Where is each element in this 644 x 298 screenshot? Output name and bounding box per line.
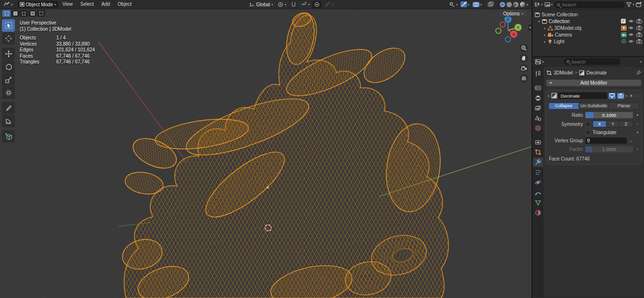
tool-cursor[interactable] <box>2 32 15 45</box>
camera-view-button[interactable] <box>520 64 528 73</box>
mesh-data-badge[interactable] <box>621 25 627 31</box>
shading-solid-button[interactable] <box>507 2 512 7</box>
breadcrumb-object[interactable]: 3DModel <box>554 70 573 75</box>
tab-collapse[interactable]: Collapse <box>549 103 579 109</box>
vertex-group-field[interactable] <box>585 137 627 144</box>
tool-move[interactable] <box>2 48 15 60</box>
modifier-extras-chevron[interactable]: ▾ <box>626 94 628 98</box>
triangulate-checkbox[interactable] <box>585 130 591 135</box>
sidebar-toggle-arrow[interactable]: ◂ <box>528 24 532 31</box>
tab-material[interactable] <box>533 208 543 217</box>
select-mode-set-button[interactable] <box>2 10 11 17</box>
tab-render[interactable] <box>533 83 543 92</box>
outliner-editor-type-button[interactable]: ▾ <box>534 2 543 7</box>
menu-object[interactable]: Object <box>114 0 135 9</box>
pin-icon[interactable] <box>636 70 641 75</box>
collection-checkbox[interactable]: ✓ <box>621 19 626 24</box>
animate-dot[interactable] <box>637 124 638 125</box>
zoom-button[interactable] <box>520 44 528 52</box>
tab-collection-props[interactable] <box>533 137 543 147</box>
animate-dot[interactable] <box>637 114 638 116</box>
modifier-realtime-toggle[interactable] <box>608 93 616 99</box>
menu-view[interactable]: View <box>59 0 76 9</box>
expand-chevron-icon[interactable]: ▸ <box>544 40 546 43</box>
gizmo-neg-x-axis[interactable] <box>500 22 506 27</box>
tool-annotate[interactable] <box>2 102 15 114</box>
animate-dot[interactable] <box>637 149 638 150</box>
show-overlays-toggle[interactable]: ▾ <box>471 1 483 8</box>
tab-object[interactable] <box>533 148 543 157</box>
add-modifier-button[interactable]: + Add Modifier <box>546 79 642 87</box>
expand-chevron-icon[interactable]: ▸ <box>544 26 546 30</box>
invert-vertex-group-icon[interactable]: ↔ <box>629 138 633 143</box>
outliner-row-scene-collection[interactable]: Scene Collection <box>533 11 644 18</box>
axis-y-button[interactable]: Y <box>607 121 620 127</box>
factor-slider[interactable]: 1.0000 <box>585 146 633 152</box>
properties-editor-type-button[interactable]: ▾ <box>535 59 544 64</box>
collapse-chevron-icon[interactable]: ▾ <box>538 20 540 23</box>
menu-select[interactable]: Select <box>77 0 97 9</box>
tool-measure[interactable] <box>2 115 15 127</box>
tab-modifiers[interactable] <box>533 158 543 167</box>
disable-render-camera-icon[interactable] <box>636 19 642 24</box>
tab-scene[interactable] <box>533 113 543 123</box>
tab-world[interactable] <box>533 124 543 133</box>
tool-transform[interactable] <box>2 87 15 99</box>
pivot-point-selector[interactable]: ▾ <box>276 1 288 8</box>
shading-rendered-button[interactable] <box>520 2 525 7</box>
gizmo-neg-y-axis[interactable] <box>496 28 501 34</box>
disable-render-camera-icon[interactable] <box>636 39 642 44</box>
light-data-badge[interactable] <box>621 39 627 44</box>
pan-button[interactable] <box>520 54 528 62</box>
outliner-row-camera[interactable]: ▸ Camera <box>533 31 644 38</box>
hide-eye-icon[interactable] <box>628 26 634 30</box>
tool-rotate[interactable] <box>2 61 15 73</box>
modifier-render-toggle[interactable] <box>617 93 624 99</box>
tab-object-data[interactable] <box>533 198 543 207</box>
hide-eye-icon[interactable] <box>628 33 634 37</box>
mode-selector[interactable]: Object Mode ▾ <box>18 1 58 8</box>
tab-planar[interactable]: Planar <box>609 103 639 109</box>
drag-grip-icon[interactable]: ∷∷ <box>635 93 640 98</box>
tab-particles[interactable] <box>533 168 543 177</box>
tab-output[interactable] <box>533 93 543 102</box>
hide-eye-icon[interactable] <box>628 19 634 23</box>
camera-data-badge[interactable] <box>621 32 627 37</box>
disable-render-camera-icon[interactable] <box>636 25 642 30</box>
proportional-editing-toggle[interactable] <box>312 1 322 8</box>
disable-render-camera-icon[interactable] <box>636 32 642 37</box>
axis-x-button[interactable]: X <box>593 121 607 127</box>
modifier-delete-button[interactable]: × <box>629 93 633 99</box>
hide-eye-icon[interactable] <box>628 39 634 43</box>
transform-orientation-selector[interactable]: Global ▾ <box>248 1 275 8</box>
show-object-types-selector[interactable]: ▾ <box>448 1 459 8</box>
tab-tool[interactable] <box>533 69 543 78</box>
panel-collapse-chevron[interactable]: ▾ <box>548 94 550 98</box>
outliner-search[interactable] <box>554 1 625 8</box>
options-dropdown[interactable]: Options ▾ <box>500 10 527 17</box>
editor-type-button[interactable]: ▾ <box>2 1 15 8</box>
outliner-search-input[interactable] <box>562 2 622 7</box>
tab-unsubdivide[interactable]: Un-Subdivide <box>579 103 609 109</box>
gizmo-neg-z-axis[interactable] <box>506 37 511 42</box>
snap-with-selector[interactable]: ▾ <box>299 1 312 8</box>
properties-search-input[interactable] <box>571 59 618 64</box>
tool-add-cube[interactable] <box>2 130 15 143</box>
new-collection-button[interactable] <box>636 1 642 8</box>
perspective-toggle-button[interactable] <box>520 74 528 83</box>
menu-add[interactable]: Add <box>98 0 113 9</box>
outliner-display-mode-button[interactable]: ▾ <box>545 2 553 7</box>
navigation-gizmo[interactable]: Z Y X <box>493 13 525 45</box>
symmetry-checkbox[interactable] <box>585 122 591 127</box>
proportional-falloff-selector[interactable]: ▾ <box>322 1 335 8</box>
animate-dot[interactable] <box>637 132 638 133</box>
tool-select-box[interactable] <box>2 19 15 32</box>
select-mode-invert-button[interactable] <box>28 10 37 17</box>
outliner-row-3dmodel[interactable]: ▸ 3DModel.obj <box>533 25 644 31</box>
outliner-row-light[interactable]: ▸ Light <box>533 38 644 45</box>
snap-toggle[interactable] <box>289 1 298 8</box>
select-mode-intersect-button[interactable] <box>37 10 45 17</box>
shading-material-button[interactable] <box>513 2 519 7</box>
select-mode-subtract-button[interactable] <box>20 10 28 17</box>
properties-search[interactable] <box>564 58 620 65</box>
